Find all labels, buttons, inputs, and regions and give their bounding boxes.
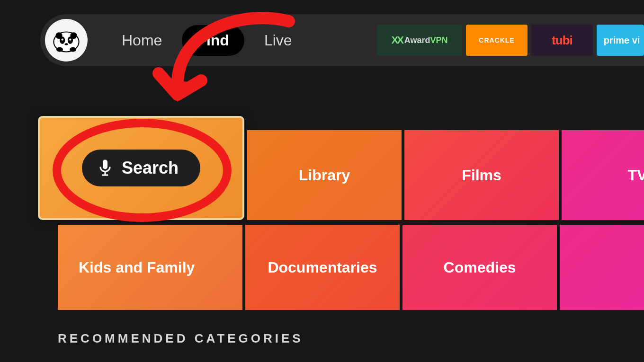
svg-point-5 bbox=[62, 39, 63, 41]
tile-search[interactable]: Search bbox=[38, 116, 244, 220]
microphone-icon bbox=[98, 159, 112, 177]
category-grid-row2: Kids and Family Documentaries Comedies A… bbox=[58, 225, 644, 310]
tile-tv-programmes[interactable]: TV prog bbox=[562, 130, 644, 220]
awardvpn-label-award: Award bbox=[404, 35, 430, 45]
shortcut-prime-video[interactable]: prime vi bbox=[597, 25, 644, 56]
nav-tab-live[interactable]: Live bbox=[249, 25, 307, 56]
tile-kids-family[interactable]: Kids and Family bbox=[58, 225, 242, 310]
awardvpn-label-vpn: VPN bbox=[430, 35, 448, 45]
tile-films[interactable]: Films bbox=[404, 130, 559, 220]
tile-library[interactable]: Library bbox=[247, 130, 402, 220]
svg-point-6 bbox=[69, 39, 71, 41]
svg-rect-10 bbox=[103, 160, 107, 169]
shortcut-awardvpn[interactable]: XX AwardVPN bbox=[377, 25, 462, 56]
nav-tabs: Home Find Live bbox=[107, 25, 307, 56]
svg-point-8 bbox=[56, 47, 63, 52]
app-shortcuts-row: XX AwardVPN CRACKLE tubi prime vi bbox=[377, 25, 644, 56]
shortcut-crackle[interactable]: CRACKLE bbox=[466, 25, 528, 56]
svg-point-9 bbox=[70, 47, 76, 52]
section-heading-recommended: RECOMMENDED CATEGORIES bbox=[58, 331, 304, 346]
shortcut-tubi[interactable]: tubi bbox=[531, 25, 593, 56]
svg-marker-13 bbox=[161, 78, 194, 102]
svg-point-7 bbox=[65, 43, 68, 45]
tile-action[interactable]: Ac bbox=[560, 225, 644, 310]
panda-avatar-icon bbox=[50, 24, 83, 57]
nav-tab-find[interactable]: Find bbox=[182, 25, 244, 56]
tile-comedies[interactable]: Comedies bbox=[402, 225, 557, 310]
tile-documentaries[interactable]: Documentaries bbox=[245, 225, 400, 310]
search-label: Search bbox=[122, 158, 179, 178]
tile-tv-label: TV prog bbox=[628, 167, 644, 184]
profile-avatar[interactable] bbox=[45, 19, 88, 62]
awardvpn-logo-icon: XX bbox=[391, 34, 402, 46]
search-pill[interactable]: Search bbox=[82, 150, 200, 186]
nav-tab-home[interactable]: Home bbox=[107, 25, 177, 56]
